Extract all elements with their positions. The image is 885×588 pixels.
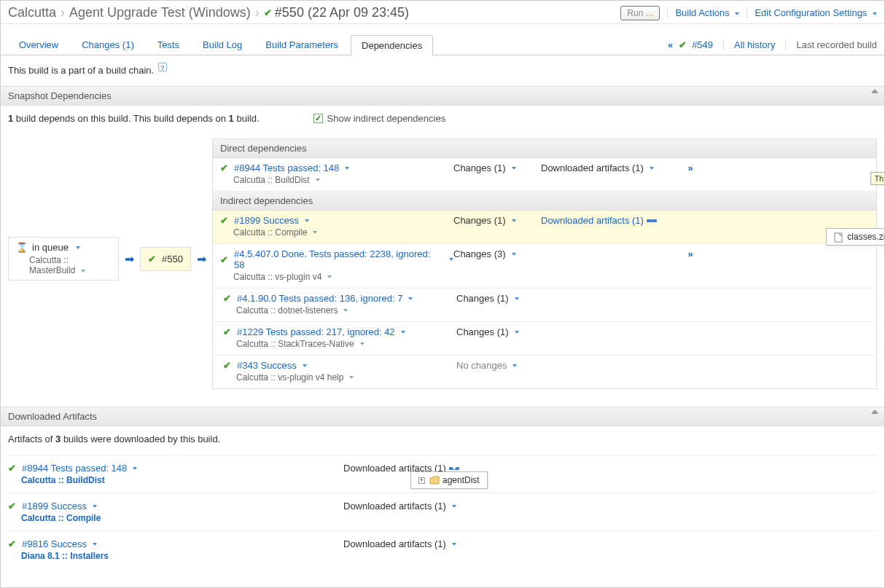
success-icon: ✔ [148, 254, 156, 264]
breadcrumb-config[interactable]: Agent Upgrade Test (Windows) [69, 5, 251, 20]
arrow-right-icon: ➡ [125, 252, 134, 266]
summary-text-1: build depends on this build. This build … [13, 113, 228, 124]
da-count[interactable]: Downloaded artifacts (1) [343, 501, 446, 511]
chevron-down-icon[interactable] [515, 297, 519, 300]
show-indirect-checkbox[interactable]: ✓ Show indirect dependencies [313, 113, 446, 124]
tab-buildparams[interactable]: Build Parameters [254, 34, 349, 55]
chevron-down-icon[interactable] [305, 219, 309, 222]
dependency-row: ✔ #4.5.407.0 Done. Tests passed: 2238, i… [212, 244, 877, 289]
chevron-down-icon[interactable] [515, 331, 519, 334]
prev-build-link[interactable]: « ✔ #549 [668, 39, 713, 50]
chevron-down-icon[interactable] [349, 376, 354, 379]
collapse-icon[interactable] [871, 409, 878, 414]
tab-changes[interactable]: Changes (1) [71, 34, 145, 55]
last-recorded-label: Last recorded build [796, 39, 877, 50]
chevron-down-icon[interactable] [401, 331, 405, 334]
chevron-down-icon[interactable] [512, 219, 516, 222]
run-button[interactable]: Run … [620, 6, 660, 20]
artifacts-dropdown-selected[interactable] [647, 219, 657, 222]
breadcrumb-root[interactable]: Calcutta [8, 5, 56, 20]
chevron-down-icon[interactable] [303, 364, 307, 367]
chain-note-text: This build is a part of a build chain. [8, 65, 154, 76]
collapse-icon[interactable] [871, 89, 878, 93]
success-icon: ✔ [223, 360, 231, 371]
dependency-row: ✔ #343 Success Calcutta :: vs-plugin v4 … [212, 356, 877, 389]
artifacts-link[interactable]: Downloaded artifacts (1) [541, 162, 644, 173]
dependency-title[interactable]: #1229 Tests passed: 217, ignored: 42 [237, 326, 395, 337]
chevron-down-icon[interactable] [327, 275, 332, 278]
help-icon[interactable]: ? [158, 63, 167, 71]
artifacts-link[interactable]: Downloaded artifacts (1) [541, 215, 644, 226]
chain-arrow-icon[interactable]: » [687, 248, 693, 259]
dependency-title[interactable]: #343 Success [237, 360, 297, 371]
arrow-right-icon: ➡ [197, 252, 206, 266]
queue-box[interactable]: ⌛ in queue Calcutta :: MasterBuild [8, 237, 119, 281]
chevron-down-icon[interactable] [133, 467, 137, 470]
chevron-down-icon[interactable] [452, 505, 456, 508]
dependency-row: ✔ #8944 Tests passed: 148 Calcutta :: Bu… [212, 158, 877, 192]
da-title[interactable]: #8944 Tests passed: 148 [22, 463, 127, 474]
chevron-down-icon[interactable] [650, 167, 654, 170]
dependency-title[interactable]: #8944 Tests passed: 148 [234, 162, 339, 173]
chevron-down-icon[interactable] [81, 270, 85, 273]
da-path-link[interactable]: Diana 8.1 :: Installers [21, 551, 109, 561]
chain-arrow-icon[interactable]: » [687, 162, 693, 173]
da-path-link[interactable]: Calcutta :: BuildDist [21, 475, 105, 485]
chevron-down-icon[interactable] [313, 231, 317, 234]
chevron-down-icon[interactable] [345, 167, 349, 170]
folder-popup-label: agentDist [442, 475, 480, 485]
tab-tests[interactable]: Tests [147, 34, 190, 55]
file-icon [834, 232, 843, 241]
queue-label: in queue [32, 242, 69, 253]
da-count[interactable]: Downloaded artifacts (1) [343, 538, 446, 549]
success-icon: ✔ [264, 7, 272, 18]
tooltip: This build depends on 4 builds [870, 172, 885, 185]
tab-buildlog[interactable]: Build Log [192, 34, 253, 55]
success-icon: ✔ [8, 463, 16, 474]
tab-overview[interactable]: Overview [8, 34, 69, 55]
folder-popup[interactable]: + agentDist [410, 471, 488, 489]
indirect-deps-header: Indirect dependencies [212, 192, 877, 211]
da-path-link[interactable]: Calcutta :: Compile [21, 513, 101, 523]
dependency-title[interactable]: #4.1.90.0 Tests passed: 136, ignored: 7 [237, 293, 402, 304]
section-downloaded-header[interactable]: Downloaded Artifacts [1, 407, 884, 426]
changes-link[interactable]: Changes (3) [453, 248, 506, 259]
prev-build-number[interactable]: #549 [692, 39, 713, 50]
da-dropdown-selected[interactable] [449, 467, 459, 470]
chevron-down-icon[interactable] [512, 364, 517, 367]
chevron-down-icon[interactable] [76, 246, 80, 249]
current-build-number: #550 [162, 254, 183, 264]
dependency-path: Calcutta :: Compile [233, 227, 307, 238]
chevron-down-icon[interactable] [316, 179, 320, 181]
chevron-down-icon[interactable] [512, 167, 516, 170]
changes-link[interactable]: Changes (1) [453, 162, 506, 173]
chevron-down-icon[interactable] [408, 297, 413, 300]
changes-link[interactable]: Changes (1) [453, 215, 506, 226]
dependency-title[interactable]: #1899 Success [234, 215, 299, 226]
build-actions-menu[interactable]: Build Actions [675, 7, 739, 18]
chevron-down-icon[interactable] [360, 342, 364, 345]
chevron-down-icon[interactable] [512, 253, 516, 256]
edit-config-label: Edit Configuration Settings [755, 7, 867, 18]
da-title[interactable]: #1899 Success [22, 501, 87, 511]
no-changes-label: No changes [456, 360, 507, 371]
section-snapshot-header[interactable]: Snapshot Dependencies [1, 86, 884, 106]
current-build-box[interactable]: ✔ #550 [140, 247, 191, 271]
chevron-down-icon[interactable] [93, 505, 97, 508]
expand-icon[interactable]: + [418, 477, 425, 484]
dependency-title[interactable]: #4.5.407.0 Done. Tests passed: 2238, ign… [234, 248, 443, 270]
chevron-down-icon[interactable] [93, 543, 97, 546]
chevron-down-icon[interactable] [343, 309, 348, 312]
chevron-down-icon[interactable] [452, 543, 456, 546]
summary-count-2: 1 [229, 113, 234, 124]
tab-dependencies[interactable]: Dependencies [351, 35, 433, 55]
changes-link[interactable]: Changes (1) [456, 293, 509, 304]
summary-text-2: build. [234, 113, 260, 124]
changes-link[interactable]: Changes (1) [456, 326, 509, 337]
ellipsis-icon: … [645, 9, 653, 17]
breadcrumb-bar: Calcutta › Agent Upgrade Test (Windows) … [1, 1, 884, 24]
artifact-popup[interactable]: classes.zip [826, 228, 885, 246]
edit-config-link[interactable]: Edit Configuration Settings [755, 7, 877, 18]
da-title[interactable]: #9816 Success [22, 538, 87, 549]
all-history-link[interactable]: All history [734, 39, 775, 50]
